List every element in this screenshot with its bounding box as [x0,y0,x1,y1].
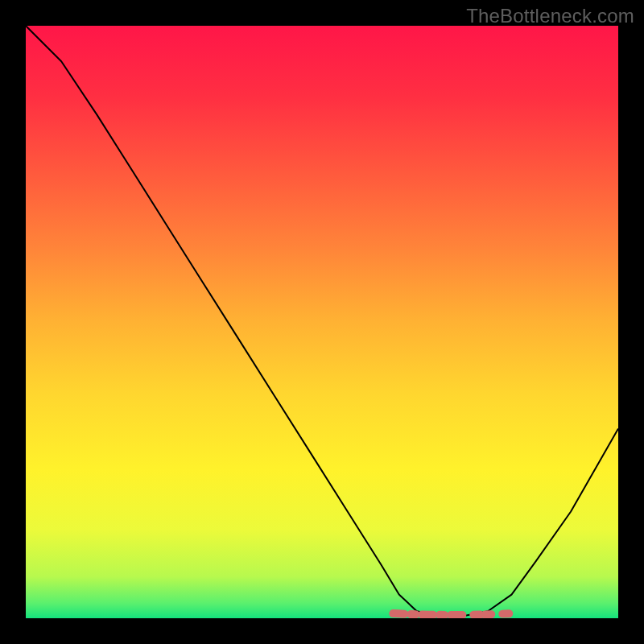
bottleneck-chart [26,26,618,618]
optimal-range-marker [393,613,511,615]
chart-frame: TheBottleneck.com [0,0,644,644]
watermark-text: TheBottleneck.com [466,5,634,27]
gradient-background [26,26,618,618]
plot-area [26,26,618,618]
